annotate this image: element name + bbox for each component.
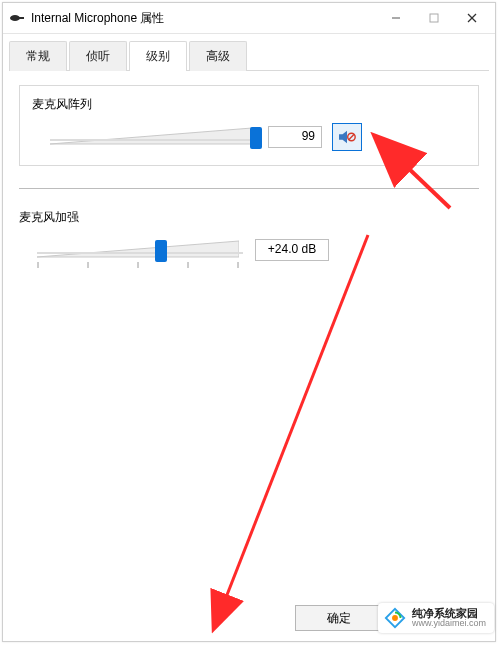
svg-point-0 <box>10 15 20 21</box>
properties-dialog: Internal Microphone 属性 常规 侦听 级别 高级 麦克风阵列 <box>2 2 496 642</box>
svg-point-17 <box>392 615 398 621</box>
svg-marker-7 <box>339 131 347 143</box>
mic-array-value[interactable]: 99 <box>268 126 322 148</box>
maximize-button[interactable] <box>415 4 453 32</box>
panel-mic-boost: 麦克风加强 +24.0 <box>19 209 479 264</box>
mic-array-slider[interactable] <box>48 123 258 151</box>
svg-marker-10 <box>37 241 239 257</box>
tab-label: 常规 <box>26 49 50 63</box>
svg-line-9 <box>349 134 354 139</box>
separator <box>19 188 479 189</box>
tab-content-levels: 麦克风阵列 99 <box>3 71 495 591</box>
window-title: Internal Microphone 属性 <box>31 10 377 27</box>
microphone-icon <box>9 10 25 26</box>
tab-strip: 常规 侦听 级别 高级 <box>3 34 495 70</box>
mic-boost-label: 麦克风加强 <box>19 209 479 226</box>
tab-levels[interactable]: 级别 <box>129 41 187 71</box>
ok-button[interactable]: 确定 <box>295 605 383 631</box>
slider-thumb[interactable] <box>250 127 262 149</box>
tab-label: 级别 <box>146 49 170 63</box>
mic-array-label: 麦克风阵列 <box>32 96 466 113</box>
svg-rect-1 <box>19 17 24 19</box>
tab-listen[interactable]: 侦听 <box>69 41 127 71</box>
tab-general[interactable]: 常规 <box>9 41 67 71</box>
mic-boost-slider[interactable] <box>35 236 245 264</box>
tab-label: 侦听 <box>86 49 110 63</box>
button-label: 确定 <box>327 610 351 627</box>
watermark-icon <box>384 607 406 629</box>
mute-toggle-button[interactable] <box>332 123 362 151</box>
minimize-button[interactable] <box>377 4 415 32</box>
tab-advanced[interactable]: 高级 <box>189 41 247 71</box>
titlebar[interactable]: Internal Microphone 属性 <box>3 3 495 34</box>
mic-array-row: 99 <box>32 123 466 151</box>
close-button[interactable] <box>453 4 491 32</box>
mic-boost-row: +24.0 dB <box>19 236 479 264</box>
slider-thumb[interactable] <box>155 240 167 262</box>
watermark-badge: 纯净系统家园 www.yidaimei.com <box>378 603 494 633</box>
mic-boost-value[interactable]: +24.0 dB <box>255 239 329 261</box>
svg-rect-3 <box>430 14 438 22</box>
window-controls <box>377 4 491 32</box>
tab-label: 高级 <box>206 49 230 63</box>
svg-marker-6 <box>50 128 252 144</box>
panel-mic-array: 麦克风阵列 99 <box>19 85 479 166</box>
watermark-url: www.yidaimei.com <box>412 619 486 628</box>
